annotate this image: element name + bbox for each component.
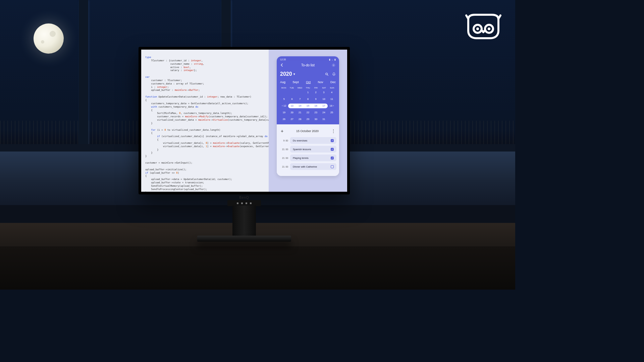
code-editor-pane: type TCustomer : {customer_id : integer,… — [141, 50, 269, 192]
calendar-day[interactable]: 2 — [312, 90, 320, 95]
calendar-day[interactable]: 31 — [320, 117, 328, 122]
control-dot — [246, 202, 247, 204]
chevron-down-icon: ▾ — [293, 72, 295, 76]
control-dot — [250, 202, 252, 204]
phone-mockup: 12:35 ▮ ⌵ ▮ To-do list — [277, 56, 339, 176]
task-pill[interactable]: Dinner with Catherine — [290, 163, 336, 170]
calendar-day[interactable]: 6 — [288, 97, 296, 102]
task-row: 9: 00Do exercises — [279, 137, 336, 144]
signal-icon: ▮ — [329, 58, 330, 61]
task-list: 9: 00Do exercises21: 00Spanish lessons21… — [279, 137, 336, 170]
status-clock: 12:35 — [280, 58, 286, 61]
calendar-day[interactable]: ‹ 12 — [280, 104, 288, 108]
next-week-icon[interactable]: › — [333, 104, 334, 107]
calendar-day[interactable]: 1 — [304, 90, 312, 95]
month-tab[interactable]: Nov — [318, 80, 323, 84]
calendar-day[interactable]: 21 — [296, 110, 304, 115]
calendar-day[interactable]: 17 — [320, 104, 328, 108]
task-row: 21: 00Spanish lessons — [279, 146, 336, 153]
calendar-day[interactable]: 7 — [296, 97, 304, 102]
back-icon[interactable] — [280, 63, 284, 67]
calendar-day[interactable]: 26 — [280, 117, 288, 122]
calendar-day[interactable]: 5 — [280, 97, 288, 102]
calendar-day[interactable]: 10 — [320, 97, 328, 102]
weekday-header: MONTUEWEDTHUFRISATSUN — [280, 86, 336, 89]
owl-logo-icon — [465, 13, 502, 40]
phone-preview-pane: 12:35 ▮ ⌵ ▮ To-do list — [269, 50, 347, 192]
calendar-day[interactable]: 22 — [304, 110, 312, 115]
svg-point-3 — [488, 27, 490, 30]
month-tab[interactable]: Aug — [280, 80, 285, 84]
phone-status-bar: 12:35 ▮ ⌵ ▮ — [280, 58, 336, 61]
more-menu-icon[interactable]: ⋮ — [331, 129, 335, 133]
weekday-label: MON — [280, 86, 287, 89]
calendar-day[interactable]: 16 — [312, 104, 320, 108]
task-time: 21: 00 — [279, 148, 288, 150]
monitor-base — [197, 236, 291, 242]
monitor: type TCustomer : {customer_id : integer,… — [139, 47, 350, 242]
task-time: 9: 00 — [279, 139, 288, 142]
task-label: Spanish lessons — [293, 148, 311, 151]
task-row: 21: 00Playing tennis — [279, 155, 336, 161]
task-pill[interactable]: Do exercises — [290, 137, 336, 144]
weekday-label: FRI — [312, 86, 320, 89]
add-task-button[interactable]: + — [281, 128, 283, 134]
weekday-label: SAT — [320, 86, 328, 89]
app-title: To-do list — [301, 63, 315, 67]
calendar-day[interactable]: 20 — [288, 110, 296, 115]
task-row: 21: 00Dinner with Catherine — [279, 163, 336, 170]
monitor-brand: BenQ — [139, 196, 350, 199]
calendar-day[interactable]: 4 — [328, 90, 336, 95]
svg-point-5 — [326, 73, 328, 75]
year-selector[interactable]: 2020▾ — [280, 71, 295, 77]
calendar-day — [288, 90, 296, 95]
control-dot — [241, 202, 243, 204]
task-pill[interactable]: Spanish lessons — [290, 146, 336, 153]
calendar-day[interactable]: 29 — [304, 117, 312, 122]
gear-icon[interactable] — [332, 63, 336, 67]
selected-date: 15 October 2020 — [296, 129, 319, 133]
monitor-bezel: type TCustomer : {customer_id : integer,… — [139, 47, 350, 194]
calendar-day[interactable]: 18 › — [328, 104, 336, 108]
desk-front — [0, 246, 515, 290]
calendar-day[interactable]: 11 — [328, 97, 336, 102]
month-tab[interactable]: Sept — [292, 80, 299, 84]
search-icon[interactable] — [325, 72, 329, 76]
month-tab[interactable]: Oct — [306, 80, 311, 84]
calendar-day[interactable]: 15 — [304, 104, 312, 108]
phone-header: 12:35 ▮ ⌵ ▮ To-do list — [277, 56, 339, 124]
calendar-day[interactable]: 9 — [312, 97, 320, 102]
svg-line-6 — [327, 74, 328, 75]
weekday-label: SUN — [328, 86, 336, 89]
calendar-day[interactable]: 3 — [320, 90, 328, 95]
calendar-day[interactable]: 28 — [296, 117, 304, 122]
svg-point-4 — [333, 65, 334, 66]
task-checkbox[interactable] — [331, 165, 334, 168]
task-checkbox[interactable] — [331, 148, 334, 151]
bell-icon[interactable] — [332, 72, 336, 76]
calendar-day[interactable]: 23 — [312, 110, 320, 115]
task-label: Do exercises — [293, 139, 307, 142]
calendar-day[interactable]: 19 — [280, 110, 288, 115]
task-checkbox[interactable] — [331, 157, 334, 160]
calendar-day[interactable]: 25 — [328, 110, 336, 115]
task-time: 21: 00 — [279, 166, 288, 168]
calendar-day[interactable]: 14 — [296, 104, 304, 108]
source-code: type TCustomer : {customer_id : integer,… — [145, 56, 265, 192]
task-label: Playing tennis — [293, 157, 309, 160]
task-checkbox[interactable] — [331, 139, 334, 142]
calendar-day[interactable]: 8 — [304, 97, 312, 102]
phone-body: + 15 October 2020 ⋮ 9: 00Do exercises21:… — [277, 124, 339, 176]
month-tab[interactable]: Dec — [330, 80, 336, 84]
task-time: 21: 00 — [279, 157, 288, 159]
window-frame — [79, 0, 88, 145]
calendar-day[interactable]: 27 — [288, 117, 296, 122]
calendar-day[interactable]: 13 — [288, 104, 296, 108]
control-dot — [237, 202, 238, 204]
calendar-day[interactable]: 24 — [320, 110, 328, 115]
calendar-day — [280, 90, 288, 95]
calendar-grid: 1234567891011‹ 12131415161718 ›192021222… — [280, 90, 336, 122]
calendar-day[interactable]: 30 — [312, 117, 320, 122]
prev-week-icon[interactable]: ‹ — [282, 104, 283, 107]
task-pill[interactable]: Playing tennis — [290, 155, 336, 161]
